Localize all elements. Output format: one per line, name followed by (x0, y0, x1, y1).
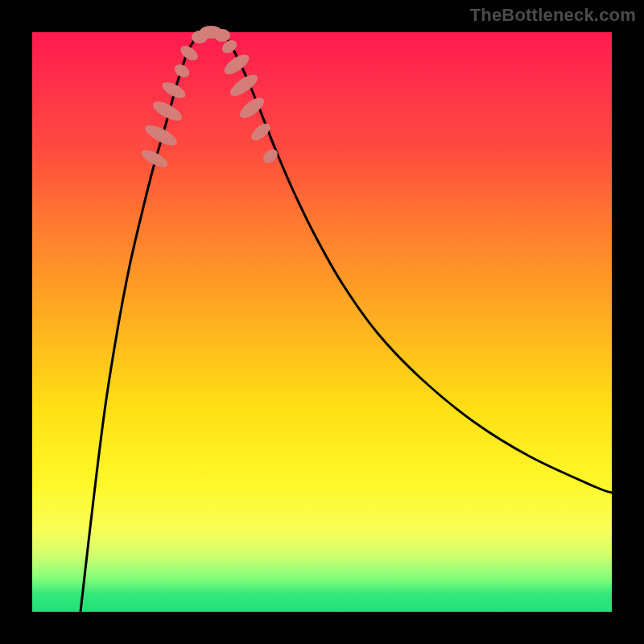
curve-svg (32, 32, 612, 612)
chart-frame: TheBottleneck.com (0, 0, 644, 644)
marker-dot (178, 43, 200, 63)
watermark-text: TheBottleneck.com (470, 5, 636, 26)
bottleneck-curve (80, 32, 612, 612)
plot-area (32, 32, 612, 612)
marker-dot (214, 29, 230, 42)
marker-dot (227, 71, 261, 100)
marker-cluster (139, 26, 280, 171)
